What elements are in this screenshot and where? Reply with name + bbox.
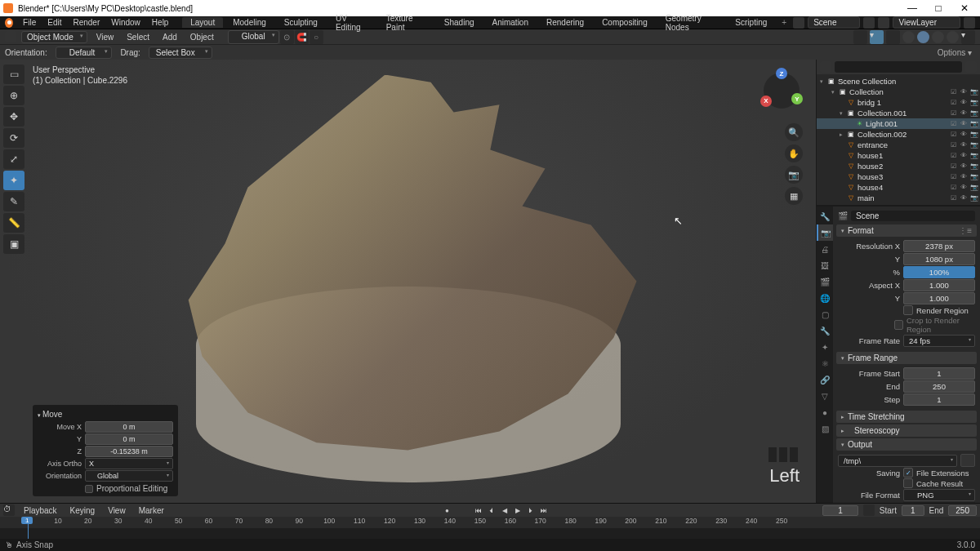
tab-constraint[interactable]: 🔗 xyxy=(817,371,833,388)
workspace-sculpting[interactable]: Sculpting xyxy=(276,17,326,28)
workspace-uv-editing[interactable]: UV Editing xyxy=(327,13,376,33)
color-rgba-button[interactable]: RGBA xyxy=(950,502,976,503)
mode-dropdown[interactable]: Object Mode xyxy=(21,31,87,43)
color-bw-button[interactable]: BW xyxy=(903,502,926,503)
minimize-button[interactable]: — xyxy=(900,2,924,14)
exclude-toggle-icon[interactable]: ☑ xyxy=(951,162,959,171)
tab-viewlayer[interactable]: 🖼 xyxy=(817,257,833,273)
prop-edit-icon[interactable]: ○ xyxy=(310,30,323,44)
scene-new-icon[interactable] xyxy=(863,17,875,29)
shading-solid-icon[interactable] xyxy=(917,31,929,43)
options-dropdown[interactable]: Options ▾ xyxy=(938,48,975,57)
persp-icon[interactable]: ▦ xyxy=(785,187,803,205)
workspace-layout[interactable]: Layout xyxy=(182,17,223,28)
orientation-dropdown[interactable]: Default xyxy=(56,47,113,59)
move-move-x-field[interactable]: 0 m xyxy=(85,421,173,433)
panel-output-header[interactable]: Output xyxy=(836,438,977,451)
timeline-menu-playback[interactable]: Playback xyxy=(20,506,61,515)
tab-data[interactable]: ▽ xyxy=(817,388,833,404)
blender-logo-icon[interactable] xyxy=(5,18,13,28)
transform-tool[interactable]: ✦ xyxy=(3,171,24,190)
jump-end-icon[interactable]: ⏭ xyxy=(538,504,550,516)
menu-file[interactable]: File xyxy=(18,18,41,27)
frame-step-field[interactable]: 1 xyxy=(903,393,975,406)
frame-end-field[interactable]: 250 xyxy=(903,380,975,393)
menu-window[interactable]: Window xyxy=(106,18,145,27)
outliner-item-collection[interactable]: ▾▣Collection☑👁📷 xyxy=(817,87,980,97)
annotate-tool[interactable]: ✎ xyxy=(3,192,24,211)
viewport-menu-select[interactable]: Select xyxy=(122,33,154,42)
viewport-menu-view[interactable]: View xyxy=(92,33,118,42)
keyframe-next-icon[interactable]: ⏵ xyxy=(525,504,537,516)
timeline-menu-view[interactable]: View xyxy=(104,506,130,515)
render-toggle-icon[interactable]: 📷 xyxy=(970,131,978,139)
resolution-x-field[interactable]: 2378 px xyxy=(903,240,975,252)
start-frame-field[interactable]: 1 xyxy=(902,505,924,516)
gizmo-vis-icon[interactable] xyxy=(853,30,867,44)
select-tool[interactable]: ▭ xyxy=(3,64,24,84)
outliner-filter-icon[interactable] xyxy=(965,61,977,73)
workspace-compositing[interactable]: Compositing xyxy=(594,17,656,28)
current-frame-field[interactable]: 1 xyxy=(822,505,858,516)
outliner-item-house4[interactable]: ▽house4☑👁📷 xyxy=(817,182,980,193)
eye-toggle-icon[interactable]: 👁 xyxy=(960,184,969,192)
timeline-menu-keying[interactable]: Keying xyxy=(66,506,100,515)
exclude-toggle-icon[interactable]: ☑ xyxy=(951,109,959,118)
timeline-sync-icon[interactable] xyxy=(863,504,875,516)
end-frame-field[interactable]: 250 xyxy=(948,505,977,516)
file-ext-checkbox[interactable] xyxy=(903,468,913,478)
framerate-dropdown[interactable]: 24 fps xyxy=(903,335,975,347)
viewport-3d[interactable]: ▭ ⊕ ✥ ⟳ ⤢ ✦ ✎ 📏 ▣ User Perspective (1) C… xyxy=(0,60,816,503)
tab-texture[interactable]: ▨ xyxy=(817,420,833,437)
editor-type-icon[interactable] xyxy=(5,31,16,42)
tab-tool[interactable]: 🔧 xyxy=(817,208,833,224)
folder-browse-icon[interactable] xyxy=(960,454,975,467)
viewlayer-new-icon[interactable] xyxy=(964,17,975,29)
measure-tool[interactable]: 📏 xyxy=(3,213,24,233)
timeline-editor-icon[interactable]: ⏱ xyxy=(3,504,15,516)
render-toggle-icon[interactable]: 📷 xyxy=(970,152,978,160)
outliner-item-main[interactable]: ▽main☑👁📷 xyxy=(817,193,980,203)
outliner-item-house2[interactable]: ▽house2☑👁📷 xyxy=(817,161,980,171)
tab-scene[interactable]: 🎬 xyxy=(817,273,833,290)
exclude-toggle-icon[interactable]: ☑ xyxy=(951,88,959,96)
scene-name-display[interactable]: Scene xyxy=(851,211,975,221)
maximize-button[interactable]: □ xyxy=(926,2,951,14)
axis-y-icon[interactable]: Y xyxy=(791,93,803,104)
close-button[interactable]: ✕ xyxy=(952,2,977,14)
outliner-item-collection-002[interactable]: ▸▣Collection.002☑👁📷 xyxy=(817,129,980,140)
menu-help[interactable]: Help xyxy=(147,18,174,27)
exclude-toggle-icon[interactable]: ☑ xyxy=(951,184,959,192)
viewport-menu-object[interactable]: Object xyxy=(186,33,218,42)
eye-toggle-icon[interactable]: 👁 xyxy=(960,194,969,202)
outliner-item-light-001[interactable]: ☀Light.001☑👁📷 xyxy=(817,118,980,129)
exclude-toggle-icon[interactable]: ☑ xyxy=(951,99,959,107)
scene-name-field[interactable]: Scene xyxy=(808,16,860,29)
exclude-toggle-icon[interactable]: ☑ xyxy=(951,152,959,160)
output-path-field[interactable]: /tmp\ xyxy=(838,455,957,467)
shading-matprev-icon[interactable] xyxy=(932,31,944,43)
crop-region-checkbox[interactable] xyxy=(894,320,903,330)
axis-z-icon[interactable]: Z xyxy=(776,68,787,79)
add-workspace-button[interactable]: + xyxy=(777,18,791,27)
tab-modifier[interactable]: 🔧 xyxy=(817,322,833,339)
eye-toggle-icon[interactable]: 👁 xyxy=(960,173,969,181)
workspace-rendering[interactable]: Rendering xyxy=(538,17,592,28)
overlay-toggle-icon[interactable]: ▾ xyxy=(870,30,884,44)
eye-toggle-icon[interactable]: 👁 xyxy=(960,162,969,171)
rotate-tool[interactable]: ⟳ xyxy=(3,128,24,148)
workspace-animation[interactable]: Animation xyxy=(484,17,537,28)
workspace-texture-paint[interactable]: Texture Paint xyxy=(378,13,434,33)
panel-framerange-header[interactable]: Frame Range xyxy=(836,352,977,364)
shading-render-icon[interactable] xyxy=(947,31,959,43)
render-toggle-icon[interactable]: 📷 xyxy=(970,141,978,149)
outliner-item-collection-001[interactable]: ▾▣Collection.001☑👁📷 xyxy=(817,108,980,118)
render-toggle-icon[interactable]: 📷 xyxy=(970,194,978,202)
aspect-y-field[interactable]: 1.000 xyxy=(903,292,975,304)
eye-toggle-icon[interactable]: 👁 xyxy=(960,152,969,160)
autokey-icon[interactable]: ● xyxy=(442,504,453,516)
timeline-menu-marker[interactable]: Marker xyxy=(135,506,168,515)
tab-world[interactable]: 🌐 xyxy=(817,290,833,306)
axis-x-icon[interactable]: X xyxy=(760,96,772,107)
tab-object[interactable]: ▢ xyxy=(817,306,833,322)
